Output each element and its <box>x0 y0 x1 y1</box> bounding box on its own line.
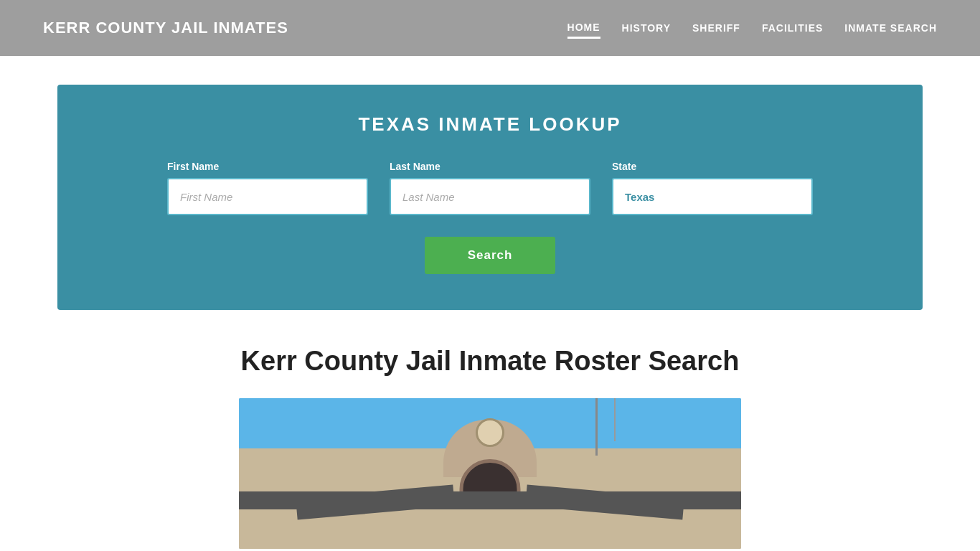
last-name-input[interactable] <box>390 178 590 215</box>
nav-facilities[interactable]: FACILITIES <box>762 19 823 37</box>
last-name-label: Last Name <box>390 161 590 172</box>
first-name-group: First Name <box>167 161 368 215</box>
page-heading: Kerr County Jail Inmate Roster Search <box>57 346 923 377</box>
nav-inmate-search[interactable]: INMATE SEARCH <box>844 19 937 37</box>
nav-home[interactable]: HOME <box>567 18 600 39</box>
body-content: Kerr County Jail Inmate Roster Search <box>0 310 980 549</box>
nav-sheriff[interactable]: SHERIFF <box>692 19 740 37</box>
first-name-input[interactable] <box>167 178 368 215</box>
antenna-1 <box>595 398 598 456</box>
building-image <box>239 398 741 549</box>
main-nav: HOME HISTORY SHERIFF FACILITIES INMATE S… <box>567 18 937 39</box>
search-fields: First Name Last Name State <box>100 161 880 215</box>
search-button[interactable]: Search <box>425 237 556 274</box>
nav-history[interactable]: HISTORY <box>622 19 671 37</box>
last-name-group: Last Name <box>390 161 590 215</box>
antenna-2 <box>614 398 616 441</box>
roof-line <box>239 491 741 509</box>
state-label: State <box>612 161 813 172</box>
site-title: KERR COUNTY JAIL INMATES <box>43 19 288 37</box>
medallion <box>476 418 504 447</box>
first-name-label: First Name <box>167 161 368 172</box>
site-header: KERR COUNTY JAIL INMATES HOME HISTORY SH… <box>0 0 980 56</box>
state-input[interactable] <box>612 178 813 215</box>
lookup-title: TEXAS INMATE LOOKUP <box>100 113 880 136</box>
search-btn-row: Search <box>100 237 880 274</box>
state-group: State <box>612 161 813 215</box>
main-content: TEXAS INMATE LOOKUP First Name Last Name… <box>0 56 980 549</box>
inmate-lookup-panel: TEXAS INMATE LOOKUP First Name Last Name… <box>57 85 923 310</box>
